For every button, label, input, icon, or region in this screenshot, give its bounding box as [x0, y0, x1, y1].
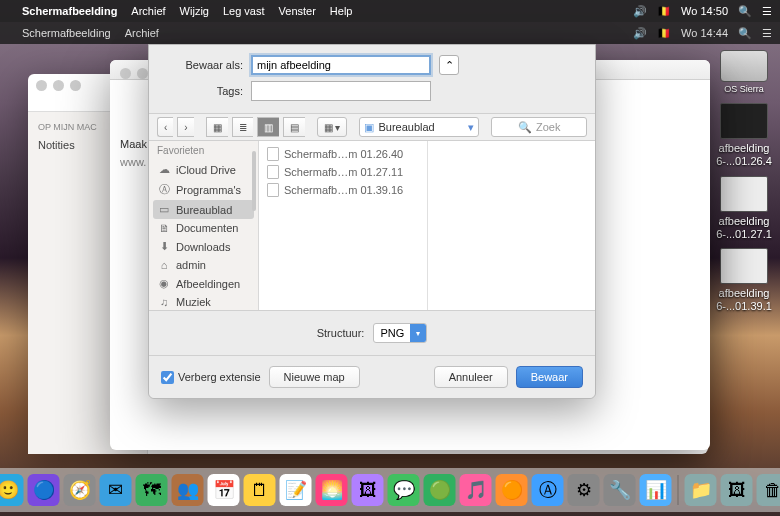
dock-item[interactable]: 🗑: [757, 474, 781, 506]
tags-input[interactable]: [251, 81, 431, 101]
sidebar-item-icon: Ⓐ: [157, 182, 171, 197]
file-browser: Favorieten ☁︎iCloud DriveⒶProgramma's▭Bu…: [149, 141, 595, 311]
file-item[interactable]: Schermafb…m 01.27.11: [259, 163, 427, 181]
sidebar-item[interactable]: ⒶProgramma's: [149, 179, 258, 200]
folder-icon: ▣: [364, 121, 374, 134]
app-name-inner: Schermafbeelding: [22, 27, 111, 39]
clock[interactable]: Wo 14:50: [681, 5, 728, 17]
dock-item[interactable]: 📅: [208, 474, 240, 506]
view-gallery-button[interactable]: ▤: [283, 117, 305, 137]
sidebar-item-label: Downloads: [176, 241, 230, 253]
menubar-inner: Schermafbeelding Archief 🔊 🇧🇪 Wo 14:44 🔍…: [0, 22, 780, 44]
nav-back-button[interactable]: ‹: [157, 117, 173, 137]
file-icon: [267, 147, 279, 161]
view-column-button[interactable]: ▥: [257, 117, 279, 137]
dock-item[interactable]: ✉︎: [100, 474, 132, 506]
desktop-file[interactable]: afbeelding6-...01.27.1: [714, 176, 774, 241]
drive-icon[interactable]: OS Sierra: [714, 50, 774, 95]
file-column: Schermafb…m 01.26.40Schermafb…m 01.27.11…: [259, 141, 428, 310]
dock-item[interactable]: 🧭: [64, 474, 96, 506]
cancel-button[interactable]: Annuleer: [434, 366, 508, 388]
save-as-input[interactable]: [251, 55, 431, 75]
file-item[interactable]: Schermafb…m 01.26.40: [259, 145, 427, 163]
menu-archief[interactable]: Archief: [131, 5, 165, 17]
save-button[interactable]: Bewaar: [516, 366, 583, 388]
dock-item[interactable]: 📁: [685, 474, 717, 506]
file-icon: [267, 165, 279, 179]
dock-item[interactable]: 🗺: [136, 474, 168, 506]
dock-item[interactable]: 🔵: [28, 474, 60, 506]
menu-archief-inner: Archief: [125, 27, 159, 39]
sidebar-item-icon: ▭: [157, 203, 171, 216]
format-label: Structuur:: [317, 327, 365, 339]
save-sheet: Bewaar als: ⌃ Tags: ‹ › ▦ ≣ ▥ ▤ ▦ ▾ ▣ Bu…: [148, 44, 596, 399]
file-name: Schermafb…m 01.27.11: [284, 166, 403, 178]
dock-item[interactable]: 📝: [280, 474, 312, 506]
new-folder-button[interactable]: Nieuwe map: [269, 366, 360, 388]
location-picker[interactable]: ▣ Bureaublad ▾: [359, 117, 479, 137]
hide-extension-checkbox[interactable]: Verberg extensie: [161, 371, 261, 384]
menu-help[interactable]: Help: [330, 5, 353, 17]
collapse-button[interactable]: ⌃: [439, 55, 459, 75]
flag-icon[interactable]: 🇧🇪: [657, 5, 671, 18]
dock-item[interactable]: 🟢: [424, 474, 456, 506]
clock-inner: Wo 14:44: [681, 27, 728, 39]
file-item[interactable]: Schermafb…m 01.39.16: [259, 181, 427, 199]
volume-icon[interactable]: 🔊: [633, 5, 647, 18]
sidebar-item-label: Documenten: [176, 222, 238, 234]
nav-forward-button[interactable]: ›: [177, 117, 193, 137]
sidebar-item-label: Afbeeldingen: [176, 278, 240, 290]
menu-wijzig[interactable]: Wijzig: [180, 5, 209, 17]
sidebar-item[interactable]: ◉Afbeeldingen: [149, 274, 258, 293]
file-icon: [267, 183, 279, 197]
sidebar-item-icon: ⬇: [157, 240, 171, 253]
notification-center-icon[interactable]: ☰: [762, 5, 772, 18]
view-icon-button[interactable]: ▦: [206, 117, 228, 137]
sidebar-item-label: iCloud Drive: [176, 164, 236, 176]
sidebar-item[interactable]: ⬇Downloads: [149, 237, 258, 256]
format-select[interactable]: PNG ▾: [373, 323, 427, 343]
sidebar-item-label: Muziek: [176, 296, 211, 308]
dock-item[interactable]: 🎵: [460, 474, 492, 506]
file-name: Schermafb…m 01.39.16: [284, 184, 403, 196]
dock-item[interactable]: Ⓐ: [532, 474, 564, 506]
dock-item[interactable]: 🟠: [496, 474, 528, 506]
sheet-search[interactable]: 🔍Zoek: [491, 117, 587, 137]
spotlight-icon[interactable]: 🔍: [738, 5, 752, 18]
menu-legvast[interactable]: Leg vast: [223, 5, 265, 17]
arrange-button[interactable]: ▦ ▾: [317, 117, 348, 137]
sidebar-item-icon: ⌂: [157, 259, 171, 271]
menu-venster[interactable]: Venster: [279, 5, 316, 17]
dock-item[interactable]: 👥: [172, 474, 204, 506]
dock-item[interactable]: 🖼: [352, 474, 384, 506]
chevron-down-icon: ▾: [468, 121, 474, 134]
file-column-empty: [428, 141, 596, 310]
dock-item[interactable]: 💬: [388, 474, 420, 506]
dock-item[interactable]: ⚙︎: [568, 474, 600, 506]
tags-label: Tags:: [163, 85, 251, 97]
sidebar-item-icon: ♫: [157, 296, 171, 308]
flag-icon-inner: 🇧🇪: [657, 27, 671, 40]
dock-item[interactable]: 🖼: [721, 474, 753, 506]
spotlight-icon-inner: 🔍: [738, 27, 752, 40]
sidebar-item[interactable]: ⌂admin: [149, 256, 258, 274]
sidebar-item-icon: 🗎: [157, 222, 171, 234]
sidebar-item[interactable]: ▭Bureaublad: [153, 200, 254, 219]
sidebar-item[interactable]: ♫Muziek: [149, 293, 258, 310]
sidebar-item-icon: ☁︎: [157, 163, 171, 176]
sidebar-item[interactable]: ☁︎iCloud Drive: [149, 160, 258, 179]
dock-item[interactable]: 📊: [640, 474, 672, 506]
dock-item[interactable]: 🙂: [0, 474, 24, 506]
sidebar-item[interactable]: 🗎Documenten: [149, 219, 258, 237]
notification-center-icon-inner: ☰: [762, 27, 772, 40]
sidebar-heading: Favorieten: [149, 141, 258, 160]
desktop-file[interactable]: afbeelding6-...01.39.1: [714, 248, 774, 313]
dock-item[interactable]: 🔧: [604, 474, 636, 506]
view-list-button[interactable]: ≣: [232, 117, 253, 137]
dock-item[interactable]: 🗒: [244, 474, 276, 506]
app-name[interactable]: Schermafbeelding: [22, 5, 117, 17]
desktop-file[interactable]: afbeelding6-...01.26.4: [714, 103, 774, 168]
dock-item[interactable]: 🌅: [316, 474, 348, 506]
sidebar-item-label: admin: [176, 259, 206, 271]
desktop-icons: OS Sierra afbeelding6-...01.26.4 afbeeld…: [714, 50, 774, 321]
